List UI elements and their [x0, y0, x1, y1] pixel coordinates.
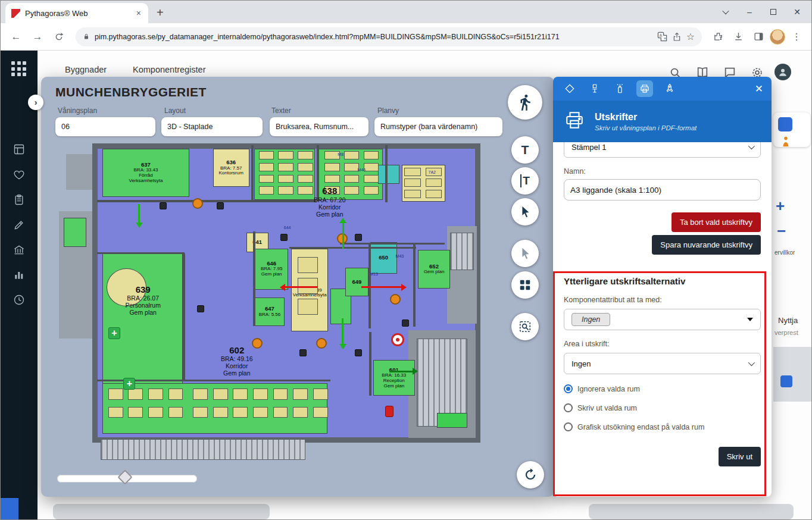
browser-tab[interactable]: Pythagoras® Web ×	[5, 3, 148, 23]
inner-wall	[385, 145, 388, 202]
translate-icon[interactable]: Aa	[657, 32, 667, 42]
room-601[interactable]: 601BRA: 16.33ReceptionGem plan	[373, 360, 415, 396]
room-636[interactable]: 636BRA: 7.57Kontorsrum	[213, 149, 249, 187]
new-tab-button[interactable]: +	[157, 6, 164, 20]
inner-wall	[97, 252, 185, 254]
zoom-in-icon[interactable]: +	[776, 197, 785, 215]
floorplan-viewer-modal: MUNCHENBRYGGERIET Våningsplan 06 Layout …	[41, 77, 554, 497]
url-bar[interactable]: pim.pythagoras.se/py_datamanager_interna…	[76, 27, 702, 46]
desk	[426, 168, 442, 176]
walk-tool-button[interactable]	[508, 85, 542, 120]
desk	[344, 151, 360, 159]
heart-icon[interactable]	[13, 169, 25, 181]
sidebar-expand-chevron[interactable]: ›	[28, 95, 43, 110]
desk	[298, 299, 318, 315]
clipboard-icon[interactable]	[13, 194, 25, 206]
apps-grid-icon[interactable]	[11, 61, 27, 77]
desk	[128, 389, 143, 400]
layout-select[interactable]: 3D - Staplade	[161, 117, 263, 136]
tab-component-register[interactable]: Komponentregister	[133, 65, 206, 74]
pen-icon[interactable]	[13, 219, 25, 231]
desk	[426, 178, 442, 187]
share-icon[interactable]	[672, 32, 682, 42]
plan-select[interactable]: Rumstyper (bara värdenamn)	[374, 117, 502, 136]
extra-options-heading: Ytterligare utskriftsalternativ	[564, 276, 761, 286]
zoom-select-tool-button[interactable]	[511, 313, 539, 340]
desk	[168, 407, 183, 418]
print-button[interactable]: Skriv ut	[719, 447, 761, 466]
component-attribute-value: Ingen	[571, 313, 610, 326]
chair-icon[interactable]	[586, 80, 603, 97]
close-window-icon[interactable]: ✕	[785, 1, 809, 23]
print-area-select[interactable]: Ingen	[564, 353, 761, 374]
close-icon[interactable]: ✕	[755, 83, 763, 95]
room-652[interactable]: 652Gem plan	[418, 250, 450, 289]
radio-circle[interactable]	[564, 403, 573, 412]
radio-circle[interactable]	[564, 384, 573, 393]
texts-select[interactable]: Bruksarea, Rumsnum...	[270, 117, 368, 136]
room-649[interactable]: 649	[345, 268, 368, 296]
text-tool-button[interactable]: T	[511, 136, 539, 164]
desk	[298, 151, 313, 159]
pointer-tool-button[interactable]	[511, 240, 539, 267]
download-icon[interactable]	[729, 28, 747, 46]
direction-arrow-down	[136, 204, 143, 228]
desk	[273, 407, 288, 418]
room-area[interactable]	[107, 268, 146, 306]
menu-icon[interactable]: ⋮	[788, 28, 805, 46]
printer-icon[interactable]	[636, 80, 653, 97]
floor-select[interactable]: 06	[55, 117, 155, 136]
bar-chart-icon[interactable]	[13, 269, 25, 281]
building-icon[interactable]	[13, 244, 25, 256]
room-637[interactable]: 637BRA: 33.43FörrådVerksamhetsyta	[102, 149, 189, 197]
desk	[293, 389, 308, 400]
delete-printview-button[interactable]: Ta bort vald utskriftvy	[672, 212, 761, 232]
cube-icon[interactable]	[561, 80, 578, 97]
tab-buildings[interactable]: Byggnader	[65, 65, 107, 74]
room-647[interactable]: 647BRA: 5.56	[255, 297, 285, 326]
print-name-input[interactable]	[564, 179, 761, 201]
tab-close-icon[interactable]: ×	[135, 8, 142, 18]
star-icon[interactable]: ☆	[686, 31, 695, 42]
stamp-select[interactable]: Stämpel 1	[564, 142, 761, 158]
room-area[interactable]	[437, 413, 467, 428]
browser-profile-avatar[interactable]	[770, 29, 785, 45]
desk	[193, 389, 208, 400]
text-cursor-tool-button[interactable]: T	[511, 167, 539, 195]
desk	[364, 175, 379, 183]
rotate-icon[interactable]	[517, 461, 544, 488]
floorplan-canvas[interactable]: 637BRA: 33.43FörrådVerksamhetsyta636BRA:…	[53, 136, 529, 462]
component-attribute-select[interactable]: Ingen	[564, 309, 761, 330]
select-tool-button[interactable]	[511, 198, 539, 225]
extensions-icon[interactable]	[709, 28, 727, 46]
forward-icon[interactable]: →	[28, 27, 47, 46]
side-panel-icon[interactable]	[749, 28, 767, 46]
desk	[278, 186, 293, 195]
back-icon[interactable]: ←	[7, 27, 26, 46]
panel-subtitle: Skriv ut våningsplan i PDF-format	[595, 124, 697, 131]
first-aid-icon: +	[123, 378, 135, 390]
room-area[interactable]	[64, 218, 86, 247]
desk	[278, 163, 293, 171]
maximize-icon[interactable]	[761, 1, 785, 23]
refresh-icon[interactable]	[49, 27, 68, 46]
grid-tool-button[interactable]	[511, 271, 539, 299]
zoom-out-icon[interactable]: −	[777, 222, 786, 240]
door-icon	[197, 305, 204, 312]
clock-icon[interactable]	[13, 294, 25, 306]
table-icon[interactable]	[13, 143, 25, 155]
inner-wall	[369, 332, 371, 396]
radio-ignore-selected-rooms[interactable]: Ignorera valda rum	[564, 384, 761, 393]
desk	[298, 175, 313, 183]
window-menu-chevron-icon[interactable]	[714, 1, 738, 23]
minimize-icon[interactable]: –	[738, 1, 761, 23]
radio-circle[interactable]	[564, 422, 573, 431]
radio-print-selected-rooms[interactable]: Skriv ut valda rum	[564, 403, 761, 412]
save-printview-button[interactable]: Spara nuvarande utskriftvy	[652, 235, 761, 255]
radio-graphic-selection-only[interactable]: Grafisk utsökning endast på valda rum	[564, 422, 761, 431]
user-avatar[interactable]	[774, 64, 791, 80]
sidebar-bottom-tile[interactable]	[1, 498, 18, 519]
rocket-icon[interactable]	[661, 80, 678, 97]
room-area[interactable]	[378, 165, 399, 184]
spray-icon[interactable]	[611, 80, 628, 97]
